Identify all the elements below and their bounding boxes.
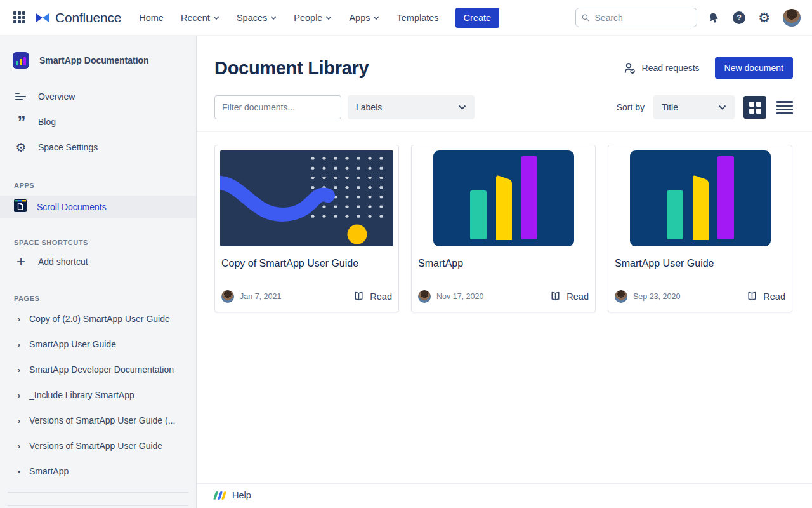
grid-view-toggle[interactable] [743,96,766,119]
blog-quote-icon: ” [14,119,28,125]
nav-recent[interactable]: Recent [181,13,219,23]
page-tree-item[interactable]: › Versions of SmartApp User Guide [0,433,196,458]
app-switcher-icon[interactable] [11,10,27,25]
nav-apps[interactable]: Apps [349,13,379,23]
sort-by-label: Sort by [617,102,645,112]
labels-dropdown[interactable]: Labels [348,95,475,119]
confluence-logo[interactable]: Confluence [34,10,121,26]
filter-documents-input[interactable] [214,95,341,119]
user-avatar[interactable] [783,9,801,27]
document-card-grid: Copy of SmartApp User Guide Jan 7, 2021 … [197,132,812,312]
document-card[interactable]: Copy of SmartApp User Guide Jan 7, 2021 … [214,145,399,312]
expand-chevron-icon[interactable]: › [16,314,22,324]
sidebar-item-space-settings[interactable]: ⚙ Space Settings [0,135,196,160]
space-sidebar: SmartApp Documentation Overview ” Blog ⚙… [0,36,197,508]
sidebar-divider [8,505,188,506]
chevron-down-icon [458,105,466,110]
pages-tree: › Copy of (2.0) SmartApp User Guide › Sm… [0,306,196,484]
search-input[interactable] [595,13,691,23]
list-icon [776,101,793,103]
search-icon [582,13,589,22]
document-date: Jan 7, 2021 [240,292,281,301]
open-book-icon [549,291,561,302]
add-shortcut-button[interactable]: + Add shortcut [0,249,196,274]
read-button[interactable]: Read [353,291,392,302]
read-button[interactable]: Read [549,291,589,302]
list-view-toggle[interactable] [776,101,793,114]
expand-chevron-icon[interactable]: › [16,340,22,349]
settings-gear-icon[interactable]: ⚙ [758,11,770,24]
author-avatar [418,290,431,303]
reader-check-icon [623,62,636,75]
product-name: Confluence [55,10,121,25]
space-header[interactable]: SmartApp Documentation [0,36,196,74]
page-tree-item[interactable]: › SmartApp User Guide [0,331,196,357]
overview-lines-icon [14,92,28,101]
document-thumbnail-abstract [220,150,393,246]
notifications-bell-icon[interactable] [706,10,722,25]
page-tree-item[interactable]: › SmartApp Developer Documentation [0,357,196,382]
document-date: Sep 23, 2020 [633,292,680,301]
page-tree-item[interactable]: › Copy of (2.0) SmartApp User Guide [0,306,196,331]
read-button[interactable]: Read [746,291,785,302]
document-thumbnail-bars [433,150,574,246]
help-link[interactable]: Help [232,490,251,500]
expand-chevron-icon[interactable]: › [16,391,22,400]
sidebar-item-overview[interactable]: Overview [0,84,196,109]
author-avatar [221,290,234,303]
sidebar-item-scroll-documents[interactable]: Scroll Documents [0,196,196,218]
nav-templates[interactable]: Templates [396,13,438,23]
bullet-icon: • [16,467,22,476]
author-avatar [615,290,627,303]
expand-chevron-icon[interactable]: › [16,365,22,375]
expand-chevron-icon[interactable]: › [16,441,22,451]
primary-nav: Home Recent Spaces People Apps Templates [139,13,438,23]
chevron-down-icon [213,16,219,20]
space-settings-gear-icon: ⚙ [14,142,28,154]
shortcuts-section-header: SPACE SHORTCUTS [0,239,196,246]
page-title: Document Library [214,58,369,79]
document-date: Nov 17, 2020 [436,292,483,301]
confluence-logo-icon [34,10,51,26]
sort-dropdown[interactable]: Title [653,95,735,119]
space-name: SmartApp Documentation [39,55,149,65]
document-title[interactable]: SmartApp [418,258,589,269]
new-document-button[interactable]: New document [715,57,793,79]
pages-section-header: PAGES [0,295,196,302]
page-tree-item[interactable]: • SmartApp [0,458,196,484]
chevron-down-icon [270,16,277,20]
open-book-icon [746,291,758,302]
page-tree-item[interactable]: › Versions of SmartApp User Guide (... [0,408,196,433]
nav-people[interactable]: People [294,13,332,23]
help-footer: Help [197,483,812,508]
global-search[interactable] [575,8,697,27]
chevron-down-icon [373,16,379,20]
expand-chevron-icon[interactable]: › [16,416,22,425]
read-requests-button[interactable]: Read requests [623,62,700,75]
apps-section-header: APPS [0,182,196,189]
plus-icon: + [14,256,28,267]
document-title[interactable]: SmartApp User Guide [615,258,785,269]
document-library-panel: Document Library Read requests New docum… [197,36,812,508]
space-logo-icon [13,52,29,69]
chevron-down-icon [718,105,726,110]
create-button[interactable]: Create [455,8,500,28]
document-card[interactable]: SmartApp Nov 17, 2020 Read [411,145,596,312]
scroll-documents-icon [14,199,27,215]
sidebar-divider [8,492,188,493]
k15t-stripes-icon [214,491,225,500]
document-card[interactable]: SmartApp User Guide Sep 23, 2020 Read [608,145,792,312]
chevron-down-icon [325,16,332,20]
document-thumbnail-bars [630,150,771,246]
help-icon[interactable]: ? [733,11,745,24]
document-title[interactable]: Copy of SmartApp User Guide [221,258,392,269]
grid-icon [749,102,754,107]
page-tree-item[interactable]: › _Include Library SmartApp [0,382,196,408]
sidebar-item-blog[interactable]: ” Blog [0,109,196,135]
nav-spaces[interactable]: Spaces [237,13,277,23]
open-book-icon [353,291,365,302]
nav-home[interactable]: Home [139,13,164,23]
top-navigation-bar: Confluence Home Recent Spaces People App… [0,0,812,36]
